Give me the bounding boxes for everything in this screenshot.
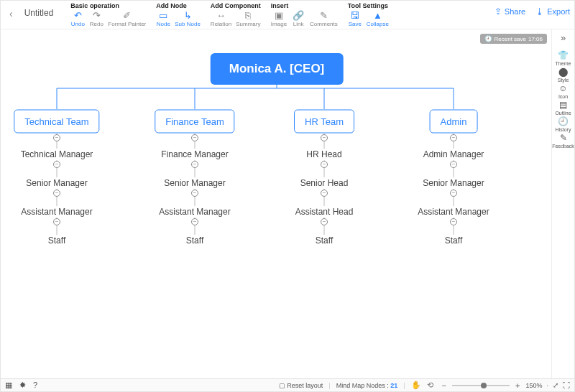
side-history[interactable]: 🕘History — [552, 116, 574, 133]
icon-icon: ☺ — [558, 83, 567, 93]
undo-icon: ↶ — [74, 11, 82, 21]
fit-screen-button[interactable]: ⤢ — [553, 381, 558, 389]
chain-node-3-2[interactable]: Assistant Manager — [418, 207, 489, 217]
node-icon: ▭ — [159, 11, 167, 21]
link-icon: 🔗 — [293, 11, 304, 21]
format-painter-icon: ✐ — [123, 11, 131, 21]
side-style[interactable]: ⬤Style — [552, 67, 574, 83]
zoom-value: 150% — [525, 382, 542, 389]
node-count: Mind Map Nodes : 21 — [336, 382, 398, 389]
recenter-button[interactable]: ⟲ — [427, 381, 433, 390]
collapse-icon: ▲ — [373, 11, 382, 21]
relation-icon: ↔ — [216, 11, 226, 21]
chain-node-1-0[interactable]: Finance Manager — [161, 149, 228, 159]
summary-button[interactable]: ⎘Summary — [236, 11, 260, 28]
status-bar: ▦ ✸ ? ▢ Reset layout | Mind Map Nodes : … — [1, 378, 574, 391]
chain-node-2-1[interactable]: Senior Head — [300, 178, 349, 188]
collapse-handle-2-0[interactable]: − — [321, 161, 328, 168]
side-icon[interactable]: ☺Icon — [552, 83, 574, 100]
collapse-handle-team-0[interactable]: − — [53, 134, 60, 141]
collapse-handle-0-2[interactable]: − — [53, 218, 60, 225]
chain-node-3-0[interactable]: Admin Manager — [423, 149, 484, 159]
feedback-icon: ✎ — [560, 133, 567, 143]
share-button[interactable]: ⇪Share — [494, 6, 525, 17]
menu-group-basic: Basic operation↶Undo↷Redo✐Format Painter — [70, 2, 146, 28]
chain-node-0-3[interactable]: Staff — [48, 235, 65, 246]
collapse-handle-2-1[interactable]: − — [321, 190, 328, 197]
collapse-handle-team-3[interactable]: − — [450, 134, 457, 141]
comments-icon: ✎ — [320, 11, 328, 21]
chain-node-0-1[interactable]: Senior Manager — [26, 178, 87, 188]
collapse-handle-team-2[interactable]: − — [321, 134, 328, 141]
chain-node-1-1[interactable]: Senior Manager — [164, 178, 225, 188]
collapse-handle-2-2[interactable]: − — [321, 218, 328, 225]
share-icon: ⇪ — [494, 6, 502, 17]
side-panel: » 👕Theme⬤Style☺Icon▤Outline🕘History✎Feed… — [551, 29, 574, 378]
fullscreen-button[interactable]: ⛶ — [563, 381, 570, 389]
side-feedback[interactable]: ✎Feedback — [552, 133, 574, 149]
collapse-handle-0-0[interactable]: − — [53, 161, 60, 168]
document-title[interactable]: Untitled — [17, 2, 61, 24]
comments-button[interactable]: ✎Comments — [310, 11, 338, 28]
format-painter-button[interactable]: ✐Format Painter — [108, 11, 146, 28]
chain-node-3-1[interactable]: Senior Manager — [423, 178, 484, 188]
history-icon: 🕘 — [558, 116, 569, 126]
theme-icon: 👕 — [558, 50, 569, 60]
zoom-out-button[interactable]: − — [441, 381, 448, 390]
grid-icon[interactable]: ▦ — [5, 381, 12, 390]
subnode-icon: ↳ — [184, 11, 192, 21]
undo-button[interactable]: ↶Undo — [70, 11, 85, 28]
side-theme[interactable]: 👕Theme — [552, 50, 574, 67]
team-node-0[interactable]: Technical Team — [14, 110, 99, 134]
help-icon[interactable]: ? — [33, 381, 37, 390]
chain-node-0-2[interactable]: Assistant Manager — [21, 207, 92, 217]
style-icon: ⬤ — [558, 67, 568, 77]
collapse-handle-0-1[interactable]: − — [53, 190, 60, 197]
team-node-3[interactable]: Admin — [430, 110, 478, 134]
zoom-in-button[interactable]: + — [514, 381, 521, 390]
reset-layout-button[interactable]: ▢ Reset layout — [279, 382, 323, 389]
export-button[interactable]: ⭳Export — [535, 6, 570, 17]
redo-button[interactable]: ↷Redo — [89, 11, 104, 28]
outline-icon: ▤ — [559, 100, 567, 110]
node-button[interactable]: ▭Node — [156, 11, 170, 28]
team-node-1[interactable]: Finance Team — [155, 110, 234, 134]
export-icon: ⭳ — [535, 6, 544, 17]
chain-node-0-0[interactable]: Technical Manager — [21, 149, 93, 159]
side-outline[interactable]: ▤Outline — [552, 100, 574, 116]
image-icon: ▣ — [275, 11, 283, 21]
collapse-handle-team-1[interactable]: − — [191, 134, 198, 141]
collapse-handle-1-0[interactable]: − — [191, 161, 198, 168]
save-button[interactable]: 🖫Save — [348, 11, 362, 28]
relation-button[interactable]: ↔Relation — [211, 11, 231, 28]
chain-node-1-2[interactable]: Assistant Manager — [159, 207, 230, 217]
save-icon: 🖫 — [350, 11, 359, 21]
zoom-slider[interactable] — [452, 385, 510, 386]
link-button[interactable]: 🔗Link — [291, 11, 305, 28]
chain-node-2-0[interactable]: HR Head — [306, 149, 341, 159]
collapse-handle-3-1[interactable]: − — [450, 190, 457, 197]
collapse-button[interactable]: ▲Collapse — [367, 11, 389, 28]
chain-node-1-3[interactable]: Staff — [186, 235, 203, 246]
collapse-handle-3-0[interactable]: − — [450, 161, 457, 168]
image-button[interactable]: ▣Image — [271, 11, 287, 28]
sun-icon[interactable]: ✸ — [19, 381, 26, 390]
collapse-panel-button[interactable]: » — [561, 32, 566, 43]
collapse-handle-1-1[interactable]: − — [191, 190, 198, 197]
menu-group-addnode: Add Node▭Node↳Sub Node — [156, 2, 201, 28]
subnode-button[interactable]: ↳Sub Node — [175, 11, 201, 28]
mindmap-canvas[interactable]: 🕘 Recent save 17:06 Monica A. [CEO]Techn… — [1, 29, 551, 378]
collapse-handle-3-2[interactable]: − — [450, 218, 457, 225]
pan-tool[interactable]: ✋ — [411, 381, 421, 390]
chain-node-3-3[interactable]: Staff — [445, 235, 462, 246]
back-button[interactable]: ‹ — [5, 2, 17, 25]
chain-node-2-2[interactable]: Assistant Head — [295, 207, 354, 217]
menu-group-addcomp: Add Component↔Relation⎘Summary — [211, 2, 261, 28]
chain-node-2-3[interactable]: Staff — [316, 235, 333, 246]
root-node[interactable]: Monica A. [CEO] — [211, 53, 344, 85]
menu-group-insert: Insert▣Image🔗Link✎Comments — [271, 2, 338, 28]
top-toolbar: ‹ Untitled Basic operation↶Undo↷Redo✐For… — [1, 1, 574, 29]
team-node-2[interactable]: HR Team — [294, 110, 354, 134]
menu-group-tool: Tool Settings🖫Save▲Collapse — [348, 2, 389, 28]
collapse-handle-1-2[interactable]: − — [191, 218, 198, 225]
